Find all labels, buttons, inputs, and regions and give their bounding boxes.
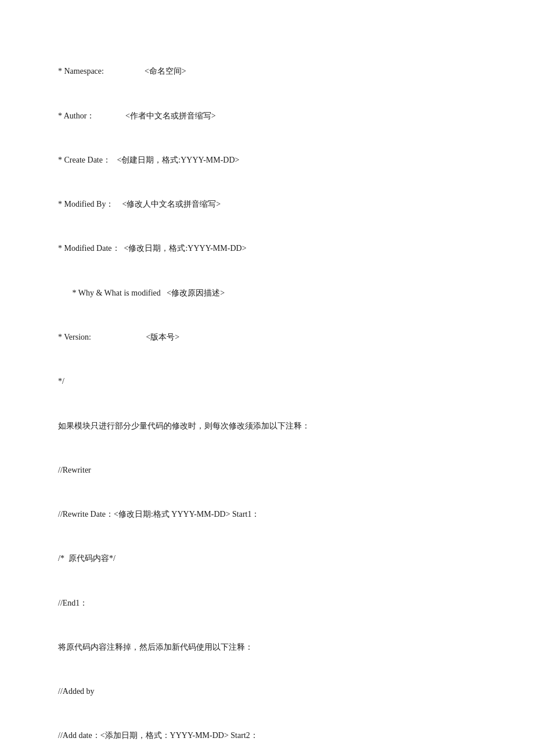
line-modified-by: * Modified By： <修改人中文名或拼音缩写>: [58, 197, 476, 212]
line-rewrite-date: //Rewrite Date：<修改日期:格式 YYYY-MM-DD> Star…: [58, 507, 476, 522]
line-close-comment: */: [58, 374, 476, 389]
line-create-date: * Create Date： <创建日期，格式:YYYY-MM-DD>: [58, 153, 476, 168]
line-why-what: * Why & What is modified <修改原因描述>: [58, 286, 476, 301]
line-add-date: //Add date：<添加日期，格式：YYYY-MM-DD> Start2：: [58, 728, 476, 743]
line-partial-modify-desc: 如果模块只进行部分少量代码的修改时，则每次修改须添加以下注释：: [58, 419, 476, 434]
line-version: * Version: <版本号>: [58, 330, 476, 345]
line-add-new-code-desc: 将原代码内容注释掉，然后添加新代码使用以下注释：: [58, 640, 476, 655]
line-modified-date: * Modified Date： <修改日期，格式:YYYY-MM-DD>: [58, 241, 476, 256]
main-content: * Namespace: <命名空间> * Author： <作者中文名或拼音缩…: [58, 35, 476, 756]
line-author: * Author： <作者中文名或拼音缩写>: [58, 109, 476, 124]
line-end1: //End1：: [58, 596, 476, 611]
line-added-by: //Added by: [58, 684, 476, 699]
line-original-code: /* 原代码内容*/: [58, 551, 476, 566]
line-rewriter: //Rewriter: [58, 463, 476, 478]
line-namespace: * Namespace: <命名空间>: [58, 64, 476, 79]
